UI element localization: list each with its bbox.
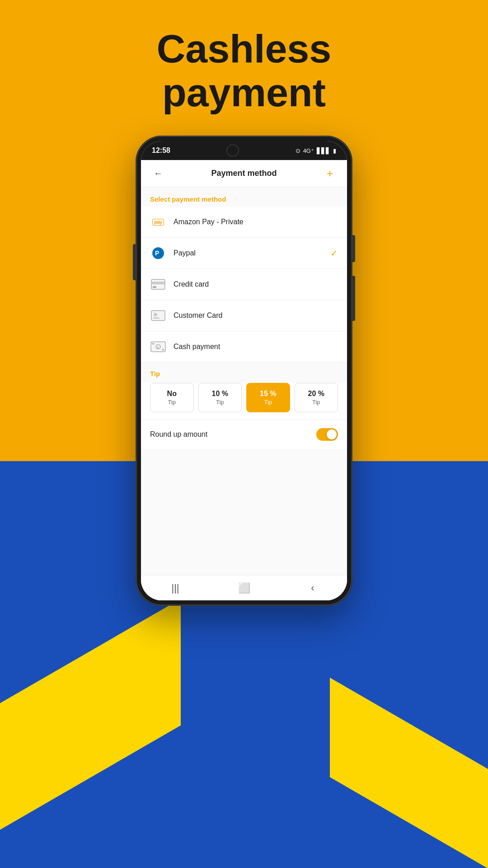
plus-icon: +: [327, 167, 333, 180]
phone-mockup: 12:58 ⊙ 4G⁺ ▋▋▋ ▮ ← Payment method: [136, 136, 352, 606]
page-heading: Cashless payment: [0, 27, 488, 115]
home-icon: ⬜: [238, 582, 250, 594]
add-button[interactable]: +: [322, 165, 338, 182]
back-button[interactable]: ←: [150, 165, 166, 182]
nav-menu-button[interactable]: |||: [162, 579, 189, 597]
cash-svg: $: [150, 341, 166, 352]
tip-10-word: Tip: [202, 399, 238, 406]
status-time: 12:58: [152, 146, 170, 155]
svg-rect-4: [153, 286, 156, 288]
payment-item-paypal[interactable]: P Paypal ✓: [141, 238, 347, 269]
payment-list: pay Amazon Pay - Private P Paypal: [141, 207, 347, 363]
screen-title: Payment method: [211, 169, 277, 178]
wifi-signal-icon: ▋▋▋: [317, 147, 330, 154]
tip-20-button[interactable]: 20 % Tip: [295, 383, 338, 412]
paypal-label: Paypal: [174, 249, 330, 257]
battery-icon: ▮: [333, 147, 336, 154]
content-spacer: [141, 449, 347, 575]
location-icon: ⊙: [296, 147, 300, 154]
top-bar: ← Payment method +: [141, 160, 347, 187]
payment-item-cash[interactable]: $ Cash payment: [141, 331, 347, 363]
credit-card-svg: [151, 279, 165, 290]
tip-10-percent: 10 %: [202, 390, 238, 398]
status-bar: 12:58 ⊙ 4G⁺ ▋▋▋ ▮: [141, 141, 347, 160]
paypal-icon: P: [150, 245, 166, 261]
side-button-right2: [352, 276, 355, 321]
tip-no-percent: No: [154, 390, 190, 398]
payment-section-label: Select payment method: [141, 187, 347, 207]
toggle-knob: [327, 429, 337, 439]
cash-icon: $: [150, 339, 166, 355]
menu-icon: |||: [171, 582, 179, 594]
tip-no-button[interactable]: No Tip: [150, 383, 194, 412]
side-button-right: [352, 235, 355, 262]
paypal-svg: P: [152, 247, 164, 259]
customer-card-label: Customer Card: [174, 311, 338, 320]
svg-text:P: P: [155, 250, 159, 257]
amazon-pay-icon: pay: [150, 214, 166, 230]
payment-item-customer-card[interactable]: Customer Card: [141, 300, 347, 331]
nav-home-button[interactable]: ⬜: [230, 579, 258, 597]
credit-card-icon: [150, 276, 166, 292]
tip-15-word: Tip: [250, 399, 286, 406]
paypal-check-icon: ✓: [330, 248, 338, 259]
tip-no-word: Tip: [154, 399, 190, 406]
round-up-row: Round up amount: [141, 420, 347, 449]
credit-card-label: Credit card: [174, 280, 338, 288]
customer-card-icon: [150, 307, 166, 324]
customer-card-svg: [151, 310, 165, 321]
back-arrow-icon: ←: [154, 168, 163, 179]
phone-shell: 12:58 ⊙ 4G⁺ ▋▋▋ ▮ ← Payment method: [136, 136, 352, 606]
nav-back-button[interactable]: ‹: [299, 579, 326, 597]
round-up-toggle[interactable]: [316, 428, 338, 441]
svg-text:$: $: [157, 345, 159, 349]
tip-section-label: Tip: [141, 370, 347, 383]
svg-rect-3: [151, 282, 165, 284]
status-icons: ⊙ 4G⁺ ▋▋▋ ▮: [296, 147, 336, 154]
tip-20-percent: 20 %: [299, 390, 334, 398]
phone-screen: 12:58 ⊙ 4G⁺ ▋▋▋ ▮ ← Payment method: [141, 141, 347, 600]
back-nav-icon: ‹: [311, 582, 314, 594]
svg-rect-11: [152, 343, 154, 344]
side-button-left: [133, 244, 136, 280]
tip-20-word: Tip: [299, 399, 334, 406]
payment-item-amazon-pay[interactable]: pay Amazon Pay - Private: [141, 207, 347, 238]
tip-buttons: No Tip 10 % Tip 15 % Tip 20 %: [141, 383, 347, 420]
svg-rect-5: [151, 311, 165, 321]
svg-rect-12: [162, 349, 164, 350]
app-content: ← Payment method + Select payment method…: [141, 160, 347, 600]
svg-rect-7: [153, 317, 160, 319]
nav-bar: ||| ⬜ ‹: [141, 575, 347, 600]
tip-section: Tip No Tip 10 % Tip 15 % Tip: [141, 370, 347, 420]
payment-item-credit-card[interactable]: Credit card: [141, 269, 347, 300]
camera-notch: [226, 144, 239, 157]
signal-icon: 4G⁺: [303, 147, 314, 154]
svg-point-6: [154, 313, 157, 316]
tip-15-button[interactable]: 15 % Tip: [246, 383, 290, 412]
amazon-pay-label: Amazon Pay - Private: [174, 218, 338, 226]
tip-15-percent: 15 %: [250, 390, 286, 398]
cash-payment-label: Cash payment: [174, 343, 338, 351]
round-up-label: Round up amount: [150, 430, 207, 439]
tip-10-button[interactable]: 10 % Tip: [198, 383, 242, 412]
